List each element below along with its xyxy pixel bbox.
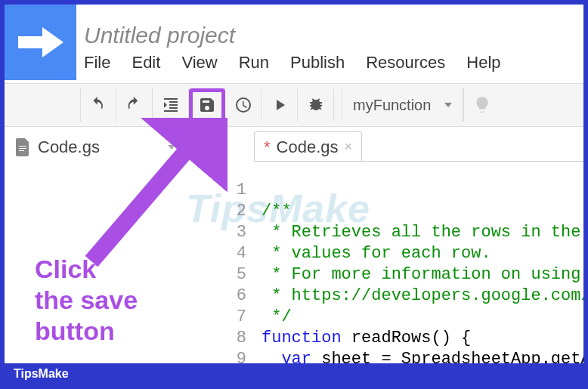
menu-resources[interactable]: Resources	[366, 53, 445, 73]
editor-tab[interactable]: * Code.gs ×	[254, 131, 362, 162]
toolbar: myFunction	[5, 83, 583, 127]
menu-run[interactable]: Run	[239, 53, 269, 73]
project-title[interactable]: Untitled project	[84, 23, 235, 48]
line-number: 2	[209, 201, 246, 222]
debug-button[interactable]	[298, 88, 334, 122]
code-line: * For more information on using th	[262, 265, 588, 284]
footer-credit: TipsMake	[5, 363, 583, 384]
annotation-line: Click	[35, 254, 138, 285]
play-icon	[271, 96, 289, 114]
undo-button[interactable]	[80, 88, 116, 122]
function-select-label: myFunction	[353, 97, 431, 114]
code-line: * https://developers.google.com/ap	[262, 286, 588, 305]
function-select[interactable]: myFunction	[342, 88, 463, 122]
close-tab-icon[interactable]: ×	[345, 139, 353, 155]
arrow-right-icon	[18, 27, 63, 57]
blue-arrow-banner	[5, 5, 76, 80]
save-icon	[198, 96, 216, 114]
code-line: /**	[262, 202, 292, 221]
line-number: 1	[209, 180, 246, 201]
bug-icon	[307, 96, 325, 114]
lightbulb-button[interactable]	[463, 88, 500, 122]
file-icon	[15, 138, 30, 156]
run-button[interactable]	[262, 88, 298, 122]
code-line: function readRows() {	[262, 329, 471, 347]
line-number: 5	[209, 264, 246, 286]
clock-icon	[234, 96, 252, 114]
annotation-line: the save	[35, 285, 138, 316]
app-frame: Untitled project File Edit View Run Publ…	[0, 0, 588, 389]
file-select-label: Code.gs	[38, 137, 100, 157]
redo-icon	[125, 96, 144, 114]
menu-help[interactable]: Help	[466, 53, 500, 73]
code-line: * Retrieves all the rows in the ac	[262, 223, 588, 242]
triggers-button[interactable]	[225, 88, 262, 122]
menu-bar: File Edit View Run Publish Resources Hel…	[84, 53, 501, 73]
line-number: 6	[209, 286, 246, 307]
lightbulb-icon	[472, 95, 492, 115]
redo-button[interactable]	[116, 88, 153, 122]
menu-file[interactable]: File	[84, 53, 110, 73]
modified-indicator: *	[264, 137, 271, 157]
save-button[interactable]	[189, 88, 225, 122]
line-number: 3	[209, 222, 246, 243]
indent-icon	[162, 96, 180, 114]
undo-icon	[89, 96, 107, 114]
menu-view[interactable]: View	[181, 53, 217, 73]
caret-down-icon	[444, 103, 452, 107]
indent-button[interactable]	[153, 88, 189, 122]
line-gutter: 1 2 3 4 5 6 7 8 9	[209, 180, 246, 370]
annotation-line: button	[35, 316, 138, 347]
annotation-text: Click the save button	[35, 254, 138, 346]
tab-label: Code.gs	[277, 137, 339, 157]
line-number: 7	[209, 307, 246, 328]
divider	[254, 161, 583, 162]
line-number: 8	[209, 328, 246, 349]
line-number: 4	[209, 243, 246, 264]
menu-publish[interactable]: Publish	[290, 53, 345, 73]
code-line: */	[262, 307, 292, 326]
menu-edit[interactable]: Edit	[132, 53, 160, 73]
caret-down-icon	[168, 145, 175, 150]
code-line: * values for each row.	[262, 244, 491, 263]
file-select[interactable]: Code.gs	[15, 137, 175, 157]
code-editor[interactable]: /** * Retrieves all the rows in the ac *…	[262, 180, 588, 389]
